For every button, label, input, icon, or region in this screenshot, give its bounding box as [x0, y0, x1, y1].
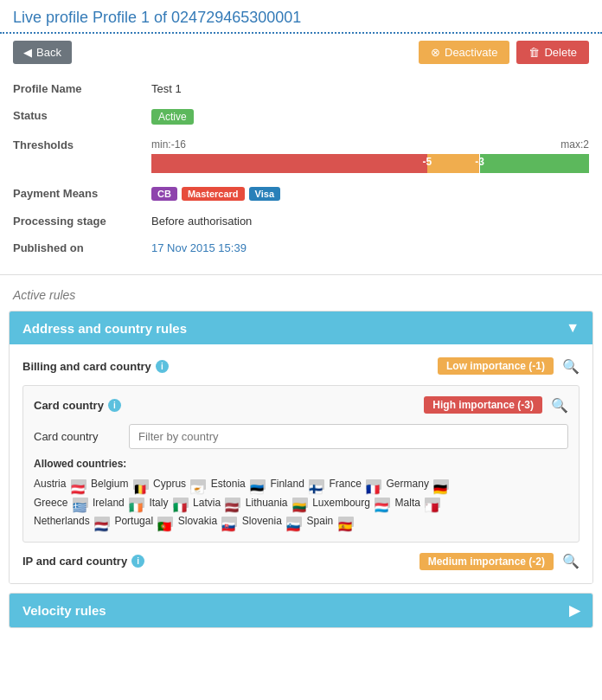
- address-panel-body: Billing and card country i Low importanc…: [10, 344, 592, 583]
- address-country-panel: Address and country rules ▼ Billing and …: [9, 311, 593, 584]
- list-item: France 🇫🇷: [330, 478, 384, 490]
- card-country-importance-badge: High importance (-3): [424, 396, 542, 414]
- countries-list: Austria 🇦🇹 Belgium 🇧🇪 Cyprus 🇨🇾 Estonia …: [34, 475, 568, 531]
- chevron-right-icon: ▶: [569, 602, 580, 619]
- page-title: Live profile Profile 1 of 02472946530000…: [0, 0, 602, 34]
- threshold-min: min:-16: [151, 138, 186, 151]
- list-item: Malta 🇲🇹: [395, 497, 443, 509]
- list-item: Finland 🇫🇮: [270, 478, 326, 490]
- ip-search-button[interactable]: 🔍: [562, 553, 580, 569]
- deactivate-button[interactable]: ⊗ Deactivate: [419, 41, 509, 64]
- trash-icon: 🗑: [528, 46, 540, 59]
- published-value: 17 Nov 2015 15:39: [151, 241, 589, 254]
- velocity-panel: Velocity rules ▶: [9, 593, 593, 628]
- list-item: Latvia 🇱🇻: [193, 497, 242, 509]
- delete-button[interactable]: 🗑 Delete: [516, 41, 589, 64]
- chevron-down-icon: ▼: [566, 320, 580, 336]
- list-item: Italy 🇮🇹: [149, 497, 189, 509]
- filter-label-text: Card country: [34, 430, 120, 443]
- threshold-mark1: -5: [422, 156, 432, 168]
- billing-country-label: Billing and card country: [22, 360, 151, 373]
- list-item: Cyprus 🇨🇾: [153, 478, 208, 490]
- allowed-countries-label: Allowed countries:: [34, 458, 568, 470]
- threshold-orange-segment: [427, 154, 480, 173]
- velocity-panel-header[interactable]: Velocity rules ▶: [10, 594, 592, 627]
- billing-search-button[interactable]: 🔍: [562, 358, 580, 375]
- profile-name-value: Test 1: [151, 82, 589, 95]
- billing-importance-badge: Low importance (-1): [438, 357, 554, 375]
- payment-cb-badge: CB: [151, 187, 177, 201]
- list-item: Slovenia 🇸🇮: [242, 515, 304, 527]
- list-item: Germany 🇩🇪: [387, 478, 452, 490]
- back-button[interactable]: ◀ Back: [13, 41, 72, 64]
- payment-mc-badge: Mastercard: [182, 187, 245, 201]
- address-panel-header[interactable]: Address and country rules ▼: [10, 311, 592, 344]
- threshold-mark2: -3: [475, 156, 484, 168]
- threshold-max: max:2: [560, 138, 589, 151]
- address-panel-title: Address and country rules: [22, 321, 187, 336]
- list-item: Netherlands 🇳🇱: [34, 515, 112, 527]
- status-label: Status: [13, 109, 151, 122]
- list-item: Ireland 🇮🇪: [93, 497, 146, 509]
- card-country-search-button[interactable]: 🔍: [551, 397, 568, 414]
- deactivate-icon: ⊗: [431, 46, 440, 59]
- payment-visa-badge: Visa: [249, 187, 280, 201]
- billing-info-icon[interactable]: i: [156, 360, 169, 373]
- threshold-red-segment: [151, 154, 427, 173]
- published-label: Published on: [13, 241, 151, 254]
- list-item: Spain 🇪🇸: [307, 515, 355, 527]
- list-item: Austria 🇦🇹: [34, 478, 88, 490]
- ip-country-label: IP and card country: [22, 555, 127, 568]
- ip-info-icon[interactable]: i: [131, 555, 144, 568]
- list-item: Greece 🇬🇷: [34, 497, 90, 509]
- card-country-box: Card country i High importance (-3) 🔍 Ca…: [22, 385, 580, 543]
- threshold-green-segment: [480, 154, 590, 173]
- card-country-header: Card country i High importance (-3) 🔍: [34, 396, 568, 414]
- threshold-bar: -5 -3: [151, 154, 589, 173]
- thresholds-label: Thresholds: [13, 138, 151, 151]
- list-item: Portugal 🇵🇹: [114, 515, 175, 527]
- card-country-info-icon[interactable]: i: [108, 399, 121, 412]
- list-item: Slovakia 🇸🇰: [178, 515, 240, 527]
- status-badge: Active: [151, 109, 194, 125]
- filter-country-input[interactable]: [129, 424, 568, 449]
- velocity-panel-title: Velocity rules: [22, 603, 106, 618]
- back-arrow-icon: ◀: [23, 46, 32, 59]
- ip-country-row: IP and card country i Medium importance …: [22, 553, 580, 570]
- list-item: Luxembourg 🇱🇺: [312, 497, 392, 509]
- processing-label: Processing stage: [13, 215, 151, 228]
- billing-country-row: Billing and card country i Low importanc…: [22, 357, 580, 375]
- ip-importance-badge: Medium importance (-2): [419, 553, 554, 570]
- active-rules-title: Active rules: [0, 284, 602, 311]
- processing-value: Before authorisation: [151, 215, 589, 228]
- list-item: Estonia 🇪🇪: [211, 478, 267, 490]
- profile-name-label: Profile Name: [13, 82, 151, 95]
- list-item: Lithuania 🇱🇹: [246, 497, 310, 509]
- list-item: Belgium 🇧🇪: [91, 478, 150, 490]
- payment-means-label: Payment Means: [13, 187, 151, 200]
- card-country-label-text: Card country: [34, 399, 104, 412]
- filter-row: Card country: [34, 424, 568, 449]
